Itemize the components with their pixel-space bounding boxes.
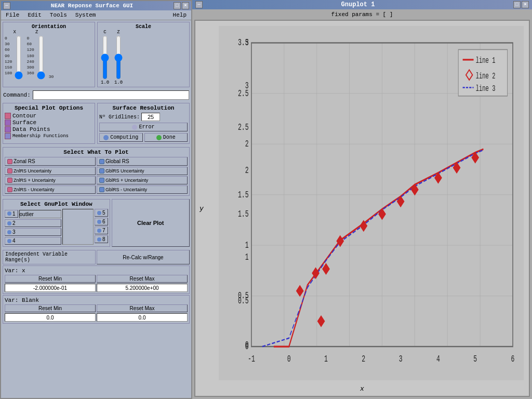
var-blank-val-row — [5, 313, 188, 322]
gnuplot-window-box: Select GnuPlot Window 1 2 — [3, 199, 110, 247]
window-1-button[interactable]: 1 — [5, 210, 18, 218]
var-blank-min-input[interactable] — [5, 313, 96, 322]
data-points-label[interactable]: Data Points — [12, 126, 50, 132]
var-blank-max-input[interactable] — [97, 313, 188, 322]
svg-text:line 1: line 1 — [476, 56, 496, 65]
window-2-button[interactable]: 2 — [5, 219, 61, 227]
var-blank-row: Var: Blank Reset Min Reset Max — [3, 295, 190, 324]
done-button[interactable]: Done — [144, 133, 188, 142]
gnuplot-content: fixed params = [ ] y — [192, 9, 532, 399]
minimize-button[interactable]: ─ — [3, 2, 10, 9]
contour-label[interactable]: Contour — [12, 113, 36, 119]
reset-max-blank-button[interactable]: Reset Max — [97, 304, 188, 312]
surface-row: Surface — [5, 119, 93, 126]
window-7-button[interactable]: 7 — [95, 227, 108, 234]
z-orientation-label: Z — [35, 30, 38, 35]
var-x-row: Var: x Reset Min Reset Max — [3, 265, 190, 294]
gblrs-minus-unc-button[interactable]: GblRS - Uncertainty — [97, 185, 188, 194]
gblrs-minus-dot — [99, 187, 104, 192]
clear-plot-button[interactable]: Clear Plot — [112, 199, 190, 247]
menu-edit[interactable]: Edit — [26, 11, 43, 19]
gnuplot-restore-button[interactable]: □ — [513, 1, 521, 8]
contour-row: Contour — [5, 113, 93, 119]
gblrs-unc-dot — [99, 168, 104, 174]
var-x-max-input[interactable] — [97, 284, 188, 292]
command-label: Command: — [3, 92, 31, 98]
var-x-min-input[interactable] — [5, 284, 96, 292]
x-label: X — [14, 30, 16, 35]
menu-file[interactable]: File — [4, 11, 21, 19]
command-input[interactable] — [33, 90, 189, 100]
membership-label[interactable]: Membership Functions — [12, 134, 69, 139]
outlier-input[interactable] — [19, 210, 61, 218]
znlrs-uncertainty-button[interactable]: ZnlRS Uncertainty — [5, 167, 96, 175]
svg-text:line 3: line 3 — [476, 84, 496, 94]
z2-tick-labels: 30 — [49, 74, 54, 79]
gblrs-plus-dot — [99, 178, 104, 183]
window-8-button[interactable]: 8 — [95, 235, 108, 243]
svg-text:3.5: 3.5 — [238, 37, 249, 48]
var-x-name: Var: x — [5, 268, 188, 274]
reset-max-x-button[interactable]: Reset Max — [97, 275, 188, 283]
gblrs-plus-unc-button[interactable]: GblRS + Uncertainty — [97, 176, 188, 184]
contour-checkbox-icon — [5, 113, 11, 119]
c-scale-slider[interactable] — [99, 35, 111, 79]
error-button[interactable]: Error — [99, 123, 188, 131]
global-rs-button[interactable]: Global RS — [97, 157, 188, 166]
special-plot-title: Special Plot Options — [5, 105, 93, 111]
w8-dot — [97, 237, 101, 242]
z-slider-col: Z 060120180240300360 — [26, 30, 46, 79]
gnuplot-minimize-button[interactable]: ─ — [195, 1, 203, 8]
surface-res-title: Surface Resolution — [99, 105, 188, 111]
z-tick-labels: 060120180240300360 — [26, 35, 34, 79]
membership-checkbox-icon — [5, 133, 11, 139]
window-5-button[interactable]: 5 — [95, 209, 108, 217]
scale-c-value: 1.0 — [101, 80, 109, 85]
scale-c-label: C — [103, 30, 106, 35]
menu-help[interactable]: Help — [171, 11, 188, 19]
global-rs-dot — [99, 159, 104, 164]
window-4-button[interactable]: 4 — [5, 237, 61, 245]
var-blank-reset-row: Reset Min Reset Max — [5, 304, 188, 312]
reset-min-blank-button[interactable]: Reset Min — [5, 304, 96, 312]
gridlines-row: Nº Gridlines: — [99, 113, 188, 121]
gnuplot-clear-row: Select GnuPlot Window 1 2 — [3, 199, 190, 247]
status-row: Error — [99, 123, 188, 131]
plot-svg: 0 0.5 1 1.5 2 2.5 3 -1 0 1 2 3 4 5 6 — [219, 26, 524, 380]
menu-tools[interactable]: Tools — [48, 11, 69, 19]
special-plot-box: Special Plot Options Contour Surface Dat… — [3, 103, 95, 144]
orientation-title: Orientation — [5, 24, 93, 30]
window-6-button[interactable]: 6 — [95, 218, 108, 225]
svg-text:-1: -1 — [248, 354, 255, 365]
w3-dot — [7, 230, 11, 234]
reset-min-x-button[interactable]: Reset Min — [5, 275, 96, 283]
restore-button[interactable]: □ — [174, 2, 181, 9]
surface-label[interactable]: Surface — [12, 119, 36, 126]
z-scale-slider[interactable] — [113, 35, 124, 79]
right-panel: ─ Gnuplot 1 □ × fixed params = [ ] y — [192, 0, 532, 399]
zonal-rs-button[interactable]: Zonal RS — [5, 157, 96, 166]
x-orientation-slider[interactable] — [13, 35, 24, 79]
close-button[interactable]: × — [182, 2, 189, 9]
gnuplot-titlebar: ─ Gnuplot 1 □ × — [192, 0, 532, 9]
w2-dot — [7, 221, 11, 225]
svg-text:1: 1 — [245, 251, 249, 262]
menubar: File Edit Tools System Help — [1, 10, 191, 20]
computing-button[interactable]: Computing — [99, 133, 143, 142]
plot-buttons-grid: Zonal RS Global RS ZnlRS Uncertainty Gbl… — [5, 157, 188, 194]
gblrs-uncertainty-button[interactable]: GblRS Uncertainty — [97, 167, 188, 175]
svg-text:2: 2 — [362, 354, 365, 365]
window-3-button[interactable]: 3 — [5, 228, 61, 236]
var-range-title: Independent Variable Range(s) — [3, 250, 96, 264]
recalc-button[interactable]: Re-Calc w/Range — [97, 250, 190, 264]
x-axis-label: x — [360, 385, 364, 393]
select-plot-title: Select What To Plot — [5, 149, 188, 155]
y-axis-label: y — [200, 205, 204, 212]
znlrs-plus-unc-button[interactable]: ZnlRS + Uncertainty — [5, 176, 96, 184]
gridlines-input[interactable] — [141, 113, 160, 121]
menu-system[interactable]: System — [74, 11, 98, 19]
znlrs-minus-unc-button[interactable]: ZnlRS - Uncertainty — [5, 185, 96, 194]
gnuplot-close-button[interactable]: × — [522, 1, 529, 8]
orientation-sliders: X 0306090120150180 Z 060120180240300360 — [5, 30, 93, 79]
z-orientation-slider[interactable] — [35, 35, 47, 79]
